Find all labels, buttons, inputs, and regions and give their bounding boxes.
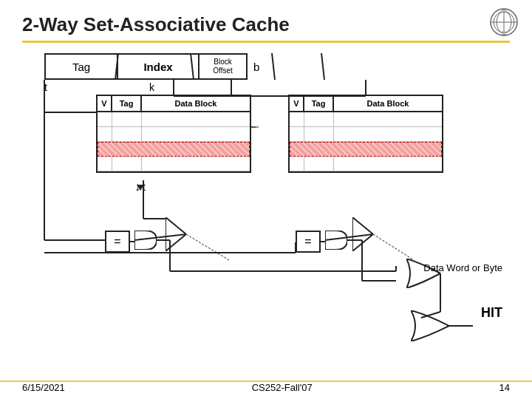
cache2-rows [290,112,442,171]
cache2-v-header: V [290,96,304,111]
svg-line-13 [321,53,324,80]
mux2 [352,217,373,254]
cache2-header: V Tag Data Block [290,96,442,112]
logo [489,7,519,37]
address-bar: Tag Index BlockOffset b [44,53,259,80]
svg-line-12 [272,53,275,80]
footer-course: CS252-Fall'07 [252,382,313,393]
cache-set1: V Tag Data Block [96,95,251,173]
slide-container: 2-Way Set-Associative Cache Tag Index Bl… [0,0,532,399]
svg-marker-4 [166,217,186,251]
label-t-top: t [44,81,47,93]
cache2-row3 [290,157,442,171]
cache2-tag-header: Tag [304,96,334,111]
title-area: 2-Way Set-Associative Cache [22,13,510,43]
cache2-data-header: Data Block [334,96,442,111]
and-gate1 [134,231,157,253]
cache-set2: V Tag Data Block [288,95,443,173]
addr-b: b [253,53,259,80]
cache1-highlighted-row [98,142,250,157]
footer-date: 6/15/2021 [22,382,65,393]
svg-line-42 [186,234,229,260]
cache2-row1 [290,112,442,127]
cache1-rows [98,112,250,171]
label-t-mid: ↓ t [134,180,146,194]
footer-page: 14 [499,382,510,393]
svg-marker-5 [352,217,373,251]
diagram: Tag Index BlockOffset b t k V [22,53,510,341]
and-gate2 [325,231,347,253]
cache1-row3 [98,157,250,171]
cache1-v-header: V [98,96,112,111]
cache2-row2 [290,127,442,142]
label-k: k [149,81,154,93]
cache1-header: V Tag Data Block [98,96,250,112]
cache2-highlighted-row [290,142,442,157]
cache1-row1 [98,112,250,127]
cache1-data-header: Data Block [142,96,250,111]
comparator2: = [296,231,321,253]
addr-block-offset: BlockOffset [200,53,248,80]
data-word-label: Data Word or Byte [423,262,502,275]
hit-label: HIT [481,305,502,321]
svg-line-43 [373,234,414,260]
mux1 [166,217,186,254]
or-gate-output [411,310,449,344]
cache1-row2 [98,127,250,142]
addr-index: Index [118,53,200,80]
slide-title: 2-Way Set-Associative Cache [22,13,290,35]
comparator1: = [105,231,130,253]
footer: 6/15/2021 CS252-Fall'07 14 [0,381,532,393]
cache1-tag-header: Tag [112,96,142,111]
addr-tag: Tag [44,53,118,80]
